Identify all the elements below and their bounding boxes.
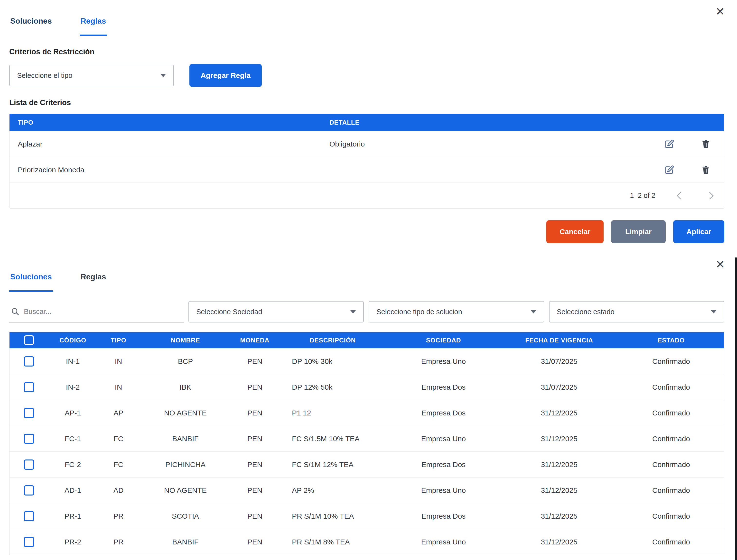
criteria-cell-tipo: Priorizacion Moneda [9, 157, 329, 183]
tab-soluciones[interactable]: Soluciones [9, 16, 53, 36]
row-checkbox[interactable] [24, 511, 34, 521]
header-estado: ESTADO [618, 332, 724, 348]
chevron-down-icon [160, 74, 166, 77]
criteria-controls: Seleccione el tipo Agregar Regla [9, 64, 724, 87]
cell-sociedad: Empresa Dos [387, 503, 500, 529]
table-row: IN-1 IN BCP PEN DP 10% 30k Empresa Uno 3… [9, 348, 724, 374]
rules-tabs: Soluciones Reglas [9, 16, 724, 36]
tab-reglas[interactable]: Reglas [80, 16, 107, 36]
header-moneda: MONEDA [231, 332, 278, 348]
cell-estado: Confirmado [618, 349, 724, 374]
estado-select[interactable]: Seleccione estado [549, 301, 724, 322]
cell-descripcion: P1 12 [278, 400, 387, 426]
cell-fecha-vigencia: 31/12/2025 [500, 503, 618, 529]
cell-descripcion: FC S/1M 12% TEA [278, 452, 387, 477]
cell-sociedad: Empresa Dos [387, 400, 500, 426]
criteria-cell-tipo: Aplazar [9, 131, 329, 157]
close-icon[interactable]: ✕ [715, 6, 725, 17]
delete-icon[interactable] [699, 137, 713, 151]
row-checkbox[interactable] [24, 434, 34, 444]
cell-codigo: IN-2 [48, 374, 97, 400]
table-row: IN-2 IN IBK PEN DP 12% 50k Empresa Dos 3… [9, 374, 724, 400]
delete-icon[interactable] [699, 163, 713, 177]
screen-edge-strip [735, 257, 737, 560]
cell-moneda: PEN [231, 452, 278, 477]
select-all-checkbox[interactable] [24, 335, 34, 345]
cell-fecha-vigencia: 31/12/2025 [500, 400, 618, 426]
tipo-solucion-select-value: Seleccione tipo de solucion [377, 308, 462, 316]
edit-icon[interactable] [662, 163, 677, 177]
cell-estado: Confirmado [618, 426, 724, 451]
close-icon[interactable]: ✕ [715, 259, 725, 270]
clear-button[interactable]: Limpiar [611, 220, 666, 243]
cell-nombre: BANBIF [140, 529, 231, 555]
cell-sociedad: Empresa Uno [387, 529, 500, 555]
type-select[interactable]: Seleccione el tipo [9, 65, 174, 86]
next-page-icon[interactable] [706, 192, 713, 199]
header-descripcion: DESCRIPCIÓN [278, 332, 387, 348]
cell-moneda: PEN [231, 477, 278, 503]
cell-codigo: IN-1 [48, 349, 97, 374]
row-checkbox[interactable] [24, 459, 34, 470]
cell-sociedad: Empresa Uno [387, 426, 500, 451]
cell-sociedad: Empresa Uno [387, 477, 500, 503]
criteria-table-body: Aplazar Obligatorio [9, 131, 724, 183]
solutions-tabs: Soluciones Reglas [9, 272, 724, 292]
cell-moneda: PEN [231, 400, 278, 426]
cell-fecha-vigencia: 31/07/2025 [500, 349, 618, 374]
search-field [9, 301, 183, 322]
tab-reglas[interactable]: Reglas [80, 272, 107, 292]
chevron-down-icon [531, 310, 536, 313]
header-nombre: NOMBRE [140, 332, 231, 348]
cell-tipo: AP [97, 400, 140, 426]
cell-codigo: PR-2 [48, 529, 97, 555]
cell-nombre: IBK [140, 374, 231, 400]
cell-sociedad: Empresa Dos [387, 374, 500, 400]
cell-descripcion: PR S/1M 8% TEA [278, 529, 387, 555]
cell-fecha-vigencia: 31/12/2025 [500, 452, 618, 477]
cell-tipo: FC [97, 426, 140, 451]
cell-nombre: BANBIF [140, 426, 231, 451]
solutions-panel: ✕ Soluciones Reglas Seleccione Sociedad … [0, 243, 737, 555]
search-icon [11, 307, 19, 316]
tab-soluciones[interactable]: Soluciones [9, 272, 53, 292]
row-checkbox[interactable] [24, 356, 34, 367]
cell-nombre: SCOTIA [140, 503, 231, 529]
cell-descripcion: FC S/1.5M 10% TEA [278, 426, 387, 451]
header-tipo: TIPO [97, 332, 140, 348]
table-row: FC-2 FC PICHINCHA PEN FC S/1M 12% TEA Em… [9, 451, 724, 477]
sociedad-select[interactable]: Seleccione Sociedad [188, 301, 364, 322]
cell-nombre: NO AGENTE [140, 477, 231, 503]
apply-button[interactable]: Aplicar [673, 220, 724, 243]
row-checkbox[interactable] [24, 537, 34, 547]
cell-codigo: AP-1 [48, 400, 97, 426]
table-row: Priorizacion Moneda [9, 157, 724, 183]
tipo-solucion-select[interactable]: Seleccione tipo de solucion [368, 301, 544, 322]
modal-stack: ✕ Soluciones Reglas Criterios de Restric… [0, 0, 737, 560]
cell-moneda: PEN [231, 374, 278, 400]
cell-codigo: PR-1 [48, 503, 97, 529]
edit-icon[interactable] [662, 137, 677, 151]
filters-row: Seleccione Sociedad Seleccione tipo de s… [9, 301, 724, 322]
chevron-down-icon [350, 310, 356, 313]
cell-sociedad: Empresa Dos [387, 452, 500, 477]
criteria-cell-detalle [329, 157, 651, 183]
table-row: AP-1 AP NO AGENTE PEN P1 12 Empresa Dos … [9, 400, 724, 426]
row-checkbox[interactable] [24, 408, 34, 418]
cancel-button[interactable]: Cancelar [546, 220, 604, 243]
cell-descripcion: DP 10% 30k [278, 349, 387, 374]
criteria-header-tipo: TIPO [9, 114, 329, 131]
cell-estado: Confirmado [618, 400, 724, 426]
table-row: PR-2 PR BANBIF PEN PR S/1M 8% TEA Empres… [9, 529, 724, 555]
row-checkbox[interactable] [24, 382, 34, 392]
row-checkbox[interactable] [24, 485, 34, 496]
cell-nombre: PICHINCHA [140, 452, 231, 477]
previous-page-icon[interactable] [677, 192, 684, 199]
cell-tipo: IN [97, 374, 140, 400]
add-rule-button[interactable]: Agregar Regla [189, 64, 262, 87]
search-input[interactable] [24, 308, 182, 316]
cell-fecha-vigencia: 31/12/2025 [500, 426, 618, 451]
cell-tipo: PR [97, 529, 140, 555]
table-row: Aplazar Obligatorio [9, 131, 724, 157]
cell-nombre: NO AGENTE [140, 400, 231, 426]
